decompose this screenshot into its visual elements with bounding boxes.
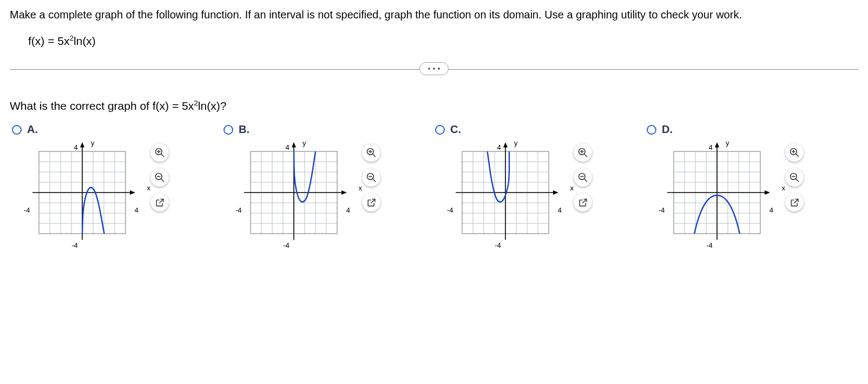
zoom-out-icon[interactable]	[785, 168, 804, 187]
axis-ymax: 4	[497, 143, 501, 151]
axis-xmax: 4	[346, 206, 350, 214]
choice-label: A.	[27, 123, 38, 136]
axis-xmax: 4	[558, 206, 562, 214]
zoom-out-icon[interactable]	[574, 168, 592, 187]
graph-b: y x 4 -4 -4 4	[240, 141, 354, 250]
axis-y-label: y	[726, 139, 729, 147]
problem-statement: Make a complete graph of the following f…	[10, 8, 858, 22]
axis-x-label: x	[147, 184, 151, 192]
svg-marker-23	[80, 142, 84, 148]
axis-ymin: -4	[71, 241, 78, 249]
svg-line-118	[796, 154, 799, 157]
axis-x-label: x	[782, 184, 786, 192]
func-pre: f(x) = 5x	[28, 35, 69, 47]
graph-a: y x 4 -4 -4 4	[28, 141, 143, 250]
axis-y-label: y	[91, 139, 95, 147]
choice-c: C. y x 4 -4 -4 4	[435, 123, 647, 250]
svg-line-29	[161, 179, 164, 182]
axis-x-label: x	[570, 184, 574, 192]
expand-button[interactable]	[419, 62, 449, 75]
question-text: What is the correct graph of f(x) = 5x2l…	[10, 99, 858, 112]
question-post: ln(x)?	[198, 100, 227, 112]
function-definition: f(x) = 5x2ln(x)	[10, 34, 858, 48]
axis-x-label: x	[359, 184, 363, 192]
svg-line-91	[584, 179, 587, 182]
axis-xmin: -4	[235, 206, 242, 214]
axis-xmin: -4	[24, 206, 30, 214]
popout-icon[interactable]	[785, 193, 804, 211]
choice-label: B.	[239, 123, 249, 136]
svg-marker-114	[765, 190, 770, 195]
axis-ymin: -4	[495, 241, 501, 249]
radio-b[interactable]	[223, 125, 233, 135]
radio-a[interactable]	[12, 125, 22, 135]
question-sup: 2	[194, 99, 198, 107]
choice-label: D.	[662, 123, 673, 136]
popout-icon[interactable]	[574, 193, 592, 211]
graph-c: y x 4 -4 -4 4	[451, 141, 566, 250]
axis-ymax: 4	[285, 143, 289, 151]
svg-line-56	[373, 154, 376, 157]
choice-a: A. y x 4 -4 -4 4	[12, 123, 223, 250]
axis-y-label: y	[303, 139, 306, 147]
popout-icon[interactable]	[362, 193, 380, 211]
axis-ymax: 4	[74, 143, 77, 151]
func-post: ln(x)	[74, 35, 96, 47]
svg-marker-52	[341, 190, 347, 195]
svg-marker-85	[503, 142, 508, 148]
choices-container: A. y x 4 -4 -4 4	[10, 123, 858, 250]
axis-xmax: 4	[770, 206, 773, 214]
svg-marker-54	[292, 142, 296, 148]
axis-xmin: -4	[447, 206, 453, 214]
svg-marker-83	[553, 190, 558, 195]
zoom-in-icon[interactable]	[150, 143, 169, 162]
func-sup: 2	[69, 34, 74, 42]
svg-line-25	[161, 154, 164, 157]
axis-xmin: -4	[659, 206, 665, 214]
axis-ymin: -4	[706, 241, 713, 249]
axis-xmax: 4	[135, 206, 139, 214]
axis-ymax: 4	[708, 143, 712, 151]
graph-d: y x 4 -4 -4 4	[663, 141, 778, 250]
popout-icon[interactable]	[150, 193, 169, 211]
axis-ymin: -4	[283, 241, 290, 249]
zoom-in-icon[interactable]	[574, 143, 592, 162]
question-pre: What is the correct graph of f(x) = 5x	[10, 100, 194, 112]
choice-d: D. y x 4 -4 -4 4	[647, 123, 858, 250]
svg-line-87	[584, 154, 587, 157]
axis-y-label: y	[514, 139, 518, 147]
svg-line-122	[796, 179, 799, 182]
zoom-out-icon[interactable]	[362, 168, 380, 187]
choice-label: C.	[450, 123, 461, 136]
svg-marker-21	[130, 190, 135, 195]
zoom-in-icon[interactable]	[785, 143, 804, 162]
radio-d[interactable]	[647, 125, 656, 135]
zoom-in-icon[interactable]	[362, 143, 380, 162]
svg-marker-116	[715, 142, 719, 148]
svg-line-60	[373, 179, 376, 182]
zoom-out-icon[interactable]	[150, 168, 169, 187]
choice-b: B. y x 4 -4 -4 4	[223, 123, 435, 250]
radio-c[interactable]	[435, 125, 445, 135]
